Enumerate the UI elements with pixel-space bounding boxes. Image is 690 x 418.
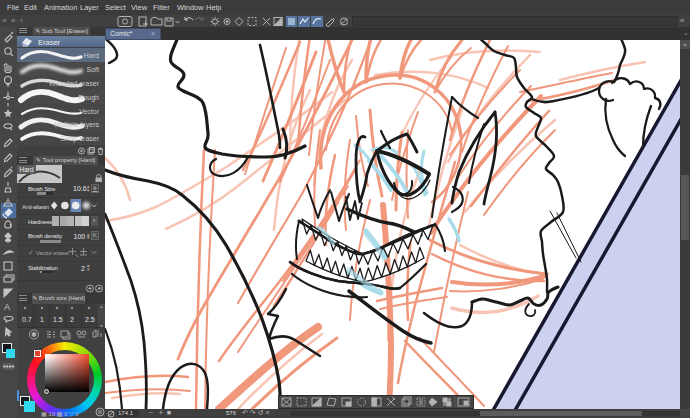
svg-text:A: A [4,302,10,312]
